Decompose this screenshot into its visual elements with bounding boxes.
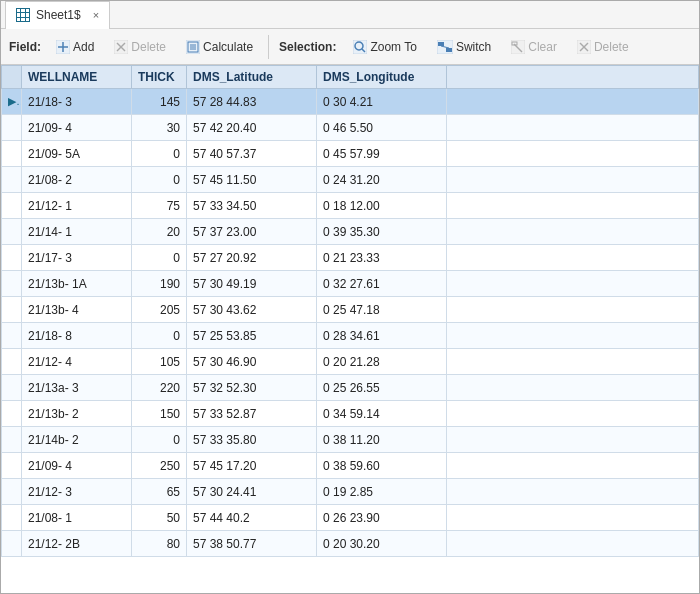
col-header-lon[interactable]: DMS_Longitude [317,66,447,89]
table-row[interactable]: 21/08- 2057 45 11.500 24 31.20 [2,167,699,193]
row-lat: 57 30 49.19 [187,271,317,297]
row-lon: 0 39 35.30 [317,219,447,245]
delete2-button[interactable]: Delete [568,33,638,61]
sheet-tab-label: Sheet1$ [36,8,81,22]
col-header-wellname[interactable]: WELLNAME [22,66,132,89]
row-wellname: 21/09- 5A [22,141,132,167]
col-header-extra [447,66,699,89]
row-thick: 80 [132,531,187,557]
table-row[interactable]: 21/13a- 322057 32 52.300 25 26.55 [2,375,699,401]
table-row[interactable]: 21/12- 410557 30 46.900 20 21.28 [2,349,699,375]
row-lat: 57 42 20.40 [187,115,317,141]
field-label: Field: [9,40,41,54]
row-wellname: 21/13b- 2 [22,401,132,427]
table-row[interactable]: ▶21/18- 314557 28 44.830 30 4.21 [2,89,699,115]
row-extra [447,375,699,401]
clear-button[interactable]: Clear [502,33,566,61]
row-extra [447,427,699,453]
table-row[interactable]: 21/09- 5A057 40 57.370 45 57.99 [2,141,699,167]
row-lon: 0 30 4.21 [317,89,447,115]
table-body: ▶21/18- 314557 28 44.830 30 4.2121/09- 4… [2,89,699,557]
table-container[interactable]: WELLNAME THICK DMS_Latitude DMS_Longitud… [1,65,699,593]
row-lat: 57 33 52.87 [187,401,317,427]
table-row[interactable]: 21/09- 425057 45 17.200 38 59.60 [2,453,699,479]
table-row[interactable]: 21/14- 12057 37 23.000 39 35.30 [2,219,699,245]
table-row[interactable]: 21/08- 15057 44 40.20 26 23.90 [2,505,699,531]
table-row[interactable]: 21/13b- 215057 33 52.870 34 59.14 [2,401,699,427]
row-arrow-cell [2,193,22,219]
table-row[interactable]: 21/18- 8057 25 53.850 28 34.61 [2,323,699,349]
svg-rect-16 [446,48,452,52]
sheet-icon [16,8,30,22]
row-arrow-cell [2,323,22,349]
row-thick: 105 [132,349,187,375]
row-extra [447,531,699,557]
row-lon: 0 24 31.20 [317,167,447,193]
row-lat: 57 28 44.83 [187,89,317,115]
row-lon: 0 25 26.55 [317,375,447,401]
row-lat: 57 30 46.90 [187,349,317,375]
row-thick: 0 [132,427,187,453]
row-extra [447,323,699,349]
col-header-arrow [2,66,22,89]
row-wellname: 21/14b- 2 [22,427,132,453]
row-arrow-cell [2,505,22,531]
col-header-thick[interactable]: THICK [132,66,187,89]
table-row[interactable]: 21/12- 36557 30 24.410 19 2.85 [2,479,699,505]
delete-button[interactable]: Delete [105,33,175,61]
calculate-button[interactable]: Calculate [177,33,262,61]
table-row[interactable]: 21/12- 2B8057 38 50.770 20 30.20 [2,531,699,557]
clear-icon [511,40,525,54]
col-header-lat[interactable]: DMS_Latitude [187,66,317,89]
row-thick: 0 [132,141,187,167]
title-bar: Sheet1$ × [1,1,699,29]
row-arrow-cell [2,219,22,245]
delete2-label: Delete [594,40,629,54]
row-wellname: 21/18- 3 [22,89,132,115]
row-thick: 250 [132,453,187,479]
row-arrow-cell [2,531,22,557]
row-thick: 145 [132,89,187,115]
add-button[interactable]: Add [47,33,103,61]
add-icon [56,40,70,54]
row-thick: 30 [132,115,187,141]
row-wellname: 21/12- 3 [22,479,132,505]
table-row[interactable]: 21/13b- 420557 30 43.620 25 47.18 [2,297,699,323]
row-lat: 57 25 53.85 [187,323,317,349]
row-lon: 0 28 34.61 [317,323,447,349]
tab-close-button[interactable]: × [93,10,99,21]
row-extra [447,349,699,375]
row-wellname: 21/17- 3 [22,245,132,271]
row-thick: 220 [132,375,187,401]
row-wellname: 21/14- 1 [22,219,132,245]
row-lat: 57 44 40.2 [187,505,317,531]
table-row[interactable]: 21/12- 17557 33 34.500 18 12.00 [2,193,699,219]
row-arrow-cell: ▶ [2,89,22,115]
row-lon: 0 25 47.18 [317,297,447,323]
calculate-icon [186,40,200,54]
row-extra [447,479,699,505]
row-arrow-cell [2,115,22,141]
row-lon: 0 19 2.85 [317,479,447,505]
table-row[interactable]: 21/14b- 2057 33 35.800 38 11.20 [2,427,699,453]
main-window: Sheet1$ × Field: Add Delete [0,0,700,594]
row-wellname: 21/18- 8 [22,323,132,349]
table-row[interactable]: 21/09- 43057 42 20.400 46 5.50 [2,115,699,141]
zoom-to-icon [353,40,367,54]
zoom-to-button[interactable]: Zoom To [344,33,425,61]
row-wellname: 21/08- 2 [22,167,132,193]
switch-button[interactable]: Switch [428,33,500,61]
sheet-tab[interactable]: Sheet1$ × [5,1,110,29]
row-arrow-cell [2,297,22,323]
row-arrow-cell [2,271,22,297]
row-arrow-cell [2,479,22,505]
row-wellname: 21/13b- 1A [22,271,132,297]
table-row[interactable]: 21/17- 3057 27 20.920 21 23.33 [2,245,699,271]
delete-icon [114,40,128,54]
row-lon: 0 21 23.33 [317,245,447,271]
table-row[interactable]: 21/13b- 1A19057 30 49.190 32 27.61 [2,271,699,297]
row-lon: 0 34 59.14 [317,401,447,427]
row-thick: 50 [132,505,187,531]
row-wellname: 21/12- 4 [22,349,132,375]
switch-icon [437,40,453,54]
